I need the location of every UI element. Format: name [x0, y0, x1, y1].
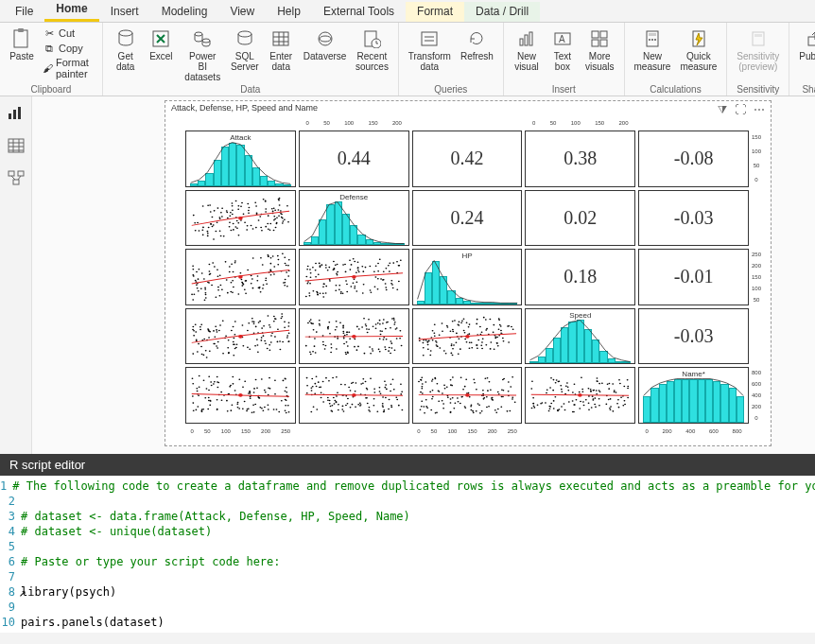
menu-view[interactable]: View	[218, 2, 266, 22]
menu-file[interactable]: File	[4, 2, 44, 22]
r-visual[interactable]: Attack, Defense, HP, Speed and Name ⧩ ⛶ …	[165, 100, 772, 446]
svg-point-688	[477, 339, 479, 340]
svg-point-940	[384, 381, 386, 383]
sql-server-button[interactable]: SQL Server	[227, 26, 262, 74]
text-box-button[interactable]: AText box	[546, 26, 580, 74]
svg-rect-31	[13, 110, 16, 119]
filter-icon[interactable]: ⧩	[718, 103, 727, 116]
code-line[interactable]: 10pairs.panels(dataset)	[0, 615, 815, 630]
svg-point-671	[481, 338, 483, 339]
svg-point-911	[396, 399, 398, 401]
svg-point-863	[253, 392, 255, 394]
code-line[interactable]: 3# dataset <- data.frame(Attack, Defense…	[0, 509, 815, 524]
menu-external-tools[interactable]: External Tools	[312, 2, 406, 22]
svg-point-537	[344, 352, 346, 354]
dataverse-button[interactable]: Dataverse	[300, 26, 350, 63]
code-line[interactable]: 8library(psych)	[0, 584, 815, 600]
refresh-label: Refresh	[460, 51, 494, 61]
svg-point-183	[262, 287, 264, 289]
svg-point-935	[383, 409, 385, 411]
code-line[interactable]: 1# The following code to create a datafr…	[0, 479, 815, 494]
svg-point-1101	[422, 393, 424, 395]
svg-point-556	[378, 320, 380, 322]
model-view-button[interactable]	[8, 170, 25, 185]
code-line[interactable]: 2	[0, 494, 815, 509]
svg-point-292	[335, 265, 337, 267]
svg-point-423	[248, 322, 250, 324]
svg-point-1208	[618, 407, 620, 409]
new-measure-button[interactable]: New measure	[631, 26, 675, 74]
focus-mode-icon[interactable]: ⛶	[735, 103, 746, 116]
svg-point-1202	[545, 403, 546, 405]
report-view-button[interactable]	[8, 106, 25, 121]
svg-point-1084	[420, 379, 422, 381]
svg-point-516	[217, 340, 219, 342]
excel-button[interactable]: Excel	[145, 26, 179, 63]
svg-point-206	[262, 264, 264, 266]
more-options-icon[interactable]: ⋯	[754, 103, 765, 116]
svg-point-1187	[574, 384, 576, 386]
format-painter-button[interactable]: 🖌Format painter	[40, 56, 96, 80]
copy-button[interactable]: ⧉Copy	[40, 41, 96, 56]
menu-insert[interactable]: Insert	[99, 2, 150, 22]
transform-data-button[interactable]: Transform data	[405, 26, 455, 74]
svg-point-188	[231, 264, 233, 266]
data-view-button[interactable]	[8, 138, 25, 153]
code-line[interactable]: 7	[0, 569, 815, 584]
refresh-button[interactable]: Refresh	[457, 26, 497, 63]
svg-point-1204	[592, 396, 594, 398]
publish-button[interactable]: Publish	[795, 26, 815, 63]
svg-point-81	[226, 210, 228, 212]
code-line[interactable]: 6# Paste or type your script code here:	[0, 554, 815, 569]
svg-point-249	[242, 283, 244, 285]
svg-point-804	[265, 392, 267, 393]
get-data-button[interactable]: Get data	[109, 26, 143, 74]
svg-point-1181	[553, 379, 555, 381]
svg-point-525	[312, 351, 314, 353]
svg-point-283	[349, 260, 351, 262]
svg-point-988	[312, 386, 314, 388]
enter-data-button[interactable]: Enter data	[264, 26, 298, 74]
svg-point-1201	[551, 403, 553, 405]
code-line[interactable]: 4# dataset <- unique(dataset)	[0, 524, 815, 539]
svg-point-494	[193, 335, 195, 337]
insert-group-label: Insert	[552, 84, 576, 96]
menu-format[interactable]: Format	[406, 2, 464, 22]
sensitivity-button[interactable]: Sensitivity (preview)	[733, 26, 783, 74]
paste-button[interactable]: Paste	[6, 26, 38, 63]
svg-point-446	[216, 329, 217, 331]
code-line[interactable]: 5	[0, 539, 815, 554]
svg-point-1041	[512, 376, 513, 378]
svg-point-752	[458, 338, 460, 339]
svg-point-746	[493, 348, 494, 350]
pbi-datasets-button[interactable]: Power BI datasets	[180, 26, 225, 84]
menu-home[interactable]: Home	[44, 0, 98, 22]
report-canvas[interactable]: Attack, Defense, HP, Speed and Name ⧩ ⛶ …	[32, 96, 815, 454]
svg-point-109	[272, 210, 274, 212]
svg-point-433	[200, 345, 202, 347]
menu-data-drill[interactable]: Data / Drill	[464, 2, 540, 22]
svg-point-238	[234, 262, 236, 264]
more-visuals-button[interactable]: More visuals	[581, 26, 618, 74]
menu-modeling[interactable]: Modeling	[150, 2, 219, 22]
recent-sources-button[interactable]: Recent sources	[352, 26, 392, 74]
r-script-editor[interactable]: 1# The following code to create a datafr…	[0, 476, 815, 633]
cut-button[interactable]: ✂Cut	[40, 26, 96, 41]
svg-point-1227	[564, 409, 566, 411]
svg-point-72	[281, 213, 283, 215]
svg-point-384	[333, 269, 335, 270]
svg-point-481	[273, 316, 275, 318]
code-line[interactable]: 9	[0, 600, 815, 615]
svg-point-636	[346, 331, 348, 333]
svg-point-398	[328, 267, 330, 269]
svg-point-633	[377, 348, 379, 350]
menu-help[interactable]: Help	[266, 2, 312, 22]
svg-point-40	[251, 224, 252, 226]
svg-point-102	[207, 230, 209, 232]
svg-point-416	[192, 326, 194, 328]
new-visual-button[interactable]: New visual	[510, 26, 544, 74]
svg-point-329	[319, 263, 321, 265]
svg-point-152	[195, 230, 197, 232]
quick-measure-button[interactable]: Quick measure	[676, 26, 720, 74]
text-box-label: Text box	[554, 51, 571, 72]
